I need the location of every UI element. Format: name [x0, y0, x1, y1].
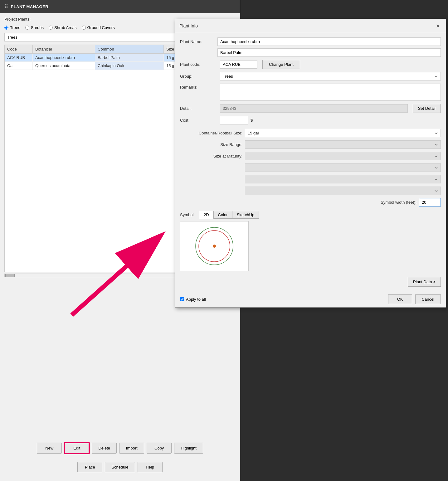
extra-row-1: [180, 163, 441, 172]
place-button[interactable]: Place: [77, 462, 102, 472]
delete-button[interactable]: Delete: [92, 443, 117, 454]
symbol-tabs: 2D Color SketchUp: [199, 211, 259, 219]
size-maturity-dropdown[interactable]: [245, 152, 441, 160]
highlight-button[interactable]: Highlight: [174, 443, 203, 454]
radio-shrub-areas[interactable]: Shrub Areas: [49, 25, 77, 30]
symbol-preview: [180, 221, 249, 271]
symbol-width-input[interactable]: [419, 198, 441, 206]
extra-dropdown-2[interactable]: [245, 175, 441, 183]
dialog-body: Plant Name: Plant code: Change Plant Gro…: [175, 33, 446, 291]
bottom-action-buttons: New Edit Delete Import Copy Highlight: [0, 440, 240, 456]
detail-value: 329343: [220, 104, 408, 113]
col-code: Code: [5, 45, 33, 53]
change-plant-button[interactable]: Change Plant: [262, 60, 300, 69]
dialog-title: Plant Info: [179, 23, 198, 28]
apply-all-row: Apply to all: [180, 297, 206, 302]
radio-trees[interactable]: Trees: [4, 25, 20, 30]
cell-common: Chinkapin Oak: [95, 62, 164, 70]
size-maturity-row: Size at Maturity:: [180, 152, 441, 160]
symbol-width-row: Symbol width (feet):: [180, 198, 441, 206]
plant-name-input-2[interactable]: [217, 48, 441, 57]
extra-row-2: [180, 175, 441, 183]
col-common: Common: [95, 45, 164, 53]
drag-icon: ⠿: [4, 4, 8, 10]
cell-common: Barbel Palm: [95, 54, 164, 61]
plant-info-dialog: Plant Info ✕ Plant Name: Plant code: Cha…: [175, 19, 446, 308]
tab-2d[interactable]: 2D: [199, 211, 213, 219]
group-label: Group:: [180, 74, 217, 79]
new-button[interactable]: New: [37, 443, 62, 454]
col-botanical: Botanical: [33, 45, 95, 53]
dialog-header: Plant Info ✕: [175, 19, 446, 33]
apply-all-label[interactable]: Apply to all: [186, 297, 206, 302]
plant-code-input[interactable]: [220, 60, 257, 69]
extra-dropdown-3[interactable]: [245, 187, 441, 195]
size-range-row: Size Range:: [180, 140, 441, 149]
cell-botanical: Quercus acuminata: [33, 62, 95, 70]
container-size-row: Container/Rootball Size: 15 gal 5 gal 24…: [180, 129, 441, 137]
cancel-button[interactable]: Cancel: [415, 294, 441, 304]
cost-row: Cost: $: [180, 116, 441, 124]
plant-code-label: Plant code:: [180, 62, 217, 67]
plant-name-input-1[interactable]: [217, 37, 441, 46]
cost-label: Cost:: [180, 118, 217, 123]
import-button[interactable]: Import: [119, 443, 144, 454]
symbol-width-label: Symbol width (feet):: [381, 200, 416, 205]
extra-dropdown-1[interactable]: [245, 163, 441, 172]
plant-manager-header: ⠿ PLANT MANAGER: [0, 0, 240, 13]
detail-label: Detail:: [180, 106, 217, 111]
size-maturity-label: Size at Maturity:: [180, 154, 242, 158]
cost-input[interactable]: [220, 116, 248, 124]
apply-all-checkbox[interactable]: [180, 297, 184, 301]
plant-code-row: Plant code: Change Plant: [180, 60, 441, 69]
copy-button[interactable]: Copy: [147, 443, 172, 454]
set-detail-button[interactable]: Set Detail: [413, 104, 441, 113]
symbol-text-label: Symbol:: [180, 212, 195, 217]
size-range-dropdown[interactable]: [245, 140, 441, 149]
dollar-sign: $: [251, 118, 253, 123]
scrollbar-thumb[interactable]: [5, 274, 15, 277]
schedule-button[interactable]: Schedule: [105, 462, 135, 472]
plant-data-button[interactable]: Plant Data >: [408, 277, 441, 287]
cell-code: ACA RUB: [5, 54, 33, 61]
size-range-label: Size Range:: [180, 142, 242, 147]
plant-name-section: Plant Name:: [180, 37, 441, 57]
cell-code: Qa: [5, 62, 33, 70]
dialog-footer: Apply to all OK Cancel: [175, 291, 446, 307]
cell-botanical: Acanthophoenix rubra: [33, 54, 95, 61]
radio-ground-covers[interactable]: Ground Covers: [82, 25, 115, 30]
remarks-label: Remarks:: [180, 84, 217, 90]
group-row: Group: Trees Shrubs: [180, 72, 441, 80]
plant-manager-title: PLANT MANAGER: [11, 4, 49, 9]
container-label: Container/Rootball Size:: [180, 131, 242, 135]
bottom-action-buttons-2: Place Schedule Help: [0, 459, 240, 475]
tab-sketchup[interactable]: SketchUp: [232, 211, 259, 219]
symbol-section: Symbol: 2D Color SketchUp: [180, 211, 441, 271]
ok-button[interactable]: OK: [388, 294, 412, 304]
close-button[interactable]: ✕: [434, 22, 441, 30]
radio-shrubs[interactable]: Shrubs: [25, 25, 44, 30]
symbol-label-row: Symbol: 2D Color SketchUp: [180, 211, 441, 219]
remarks-row: Remarks:: [180, 84, 441, 101]
plant-data-row: Plant Data >: [180, 275, 441, 287]
detail-row: Detail: 329343 Set Detail: [180, 104, 441, 113]
size-section: Container/Rootball Size: 15 gal 5 gal 24…: [180, 129, 441, 195]
edit-button[interactable]: Edit: [64, 443, 89, 454]
footer-buttons: OK Cancel: [388, 294, 441, 304]
plant-name-label: Plant Name:: [180, 39, 217, 44]
group-dropdown[interactable]: Trees Shrubs: [220, 72, 441, 80]
svg-point-4: [213, 245, 216, 248]
remarks-textarea[interactable]: [220, 84, 441, 101]
tab-color[interactable]: Color: [213, 211, 232, 219]
extra-row-3: [180, 187, 441, 195]
help-button[interactable]: Help: [138, 462, 163, 472]
container-dropdown[interactable]: 15 gal 5 gal 24" box: [245, 129, 441, 137]
